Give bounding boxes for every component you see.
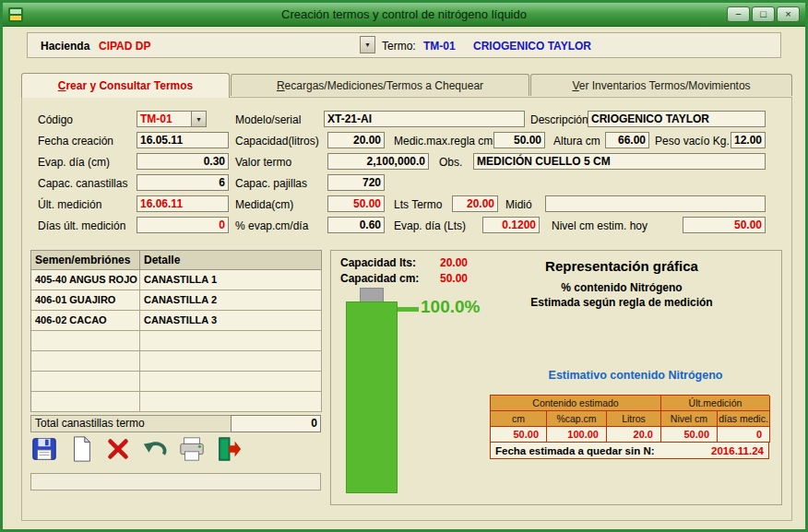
altura-field[interactable]: 66.00	[605, 132, 649, 148]
delete-x-icon	[104, 435, 132, 463]
capacidad-litros-label: Capacidad(litros)	[235, 133, 319, 149]
table-row[interactable]	[31, 351, 322, 372]
midio-field[interactable]	[545, 195, 766, 212]
table-row[interactable]	[31, 392, 322, 412]
new-button[interactable]	[65, 432, 97, 466]
table-row[interactable]: 406-02 CACAO CANASTILLA 3	[31, 311, 322, 331]
minimize-button[interactable]: −	[727, 6, 750, 22]
table-row[interactable]: 405-40 ANGUS ROJO CANASTILLA 1	[31, 270, 322, 290]
tank-fill-gauge	[346, 301, 398, 493]
codigo-label: Código	[38, 112, 73, 128]
semen-column-header: Semen/embriónes	[31, 251, 140, 270]
ult-medicion-field[interactable]: 16.06.11	[137, 195, 229, 212]
dias-ult-medicion-field[interactable]: 0	[137, 217, 229, 233]
col-header-nivel-cm: Nivel cm	[661, 411, 718, 427]
group-header-ult-medicion: Últ.medición	[661, 396, 770, 411]
table-row[interactable]: 406-01 GUAJIRO CANASTILLA 2	[31, 290, 322, 311]
total-canastillas-label: Total canastillas termo	[30, 415, 232, 432]
valor-termo-label: Valor termo	[235, 154, 291, 171]
valor-termo-field[interactable]: 2,100,000.0	[327, 153, 429, 170]
semen-cell: 406-02 CACAO	[31, 311, 140, 331]
capac-pajillas-label: Capac. pajillas	[235, 175, 307, 192]
detalle-cell	[140, 351, 322, 372]
title-bar: Creación termos y control de nitrógeno l…	[3, 3, 805, 27]
value-cm: 50.00	[491, 427, 547, 443]
close-button[interactable]: ×	[777, 6, 800, 22]
tab-bar: Crear y Consultar Termos Recargas/Medici…	[21, 73, 792, 98]
total-canastillas-value: 0	[231, 415, 321, 432]
evap-pct-field[interactable]: 0.60	[327, 217, 385, 233]
detalle-cell	[140, 331, 322, 351]
hacienda-value: CIPAD DP	[99, 38, 150, 54]
save-icon	[30, 435, 58, 463]
value-dias-medic: 0	[718, 427, 770, 443]
save-button[interactable]	[29, 432, 60, 466]
maximize-button[interactable]: □	[752, 6, 775, 22]
descripcion-field[interactable]: CRIOGENICO TAYLOR	[588, 111, 766, 127]
nivel-estim-field[interactable]: 50.00	[683, 217, 766, 233]
estimate-table: Contenido estimado Últ.medición cm %cap.…	[490, 395, 769, 443]
print-button[interactable]	[176, 432, 208, 466]
codigo-dropdown-button[interactable]: ▼	[191, 111, 207, 127]
descripcion-label: Descripción	[530, 112, 588, 128]
capacidad-cm-value: 50.00	[423, 272, 468, 285]
estimate-title: Estimativo contenido Nitrógeno	[493, 369, 778, 382]
evap-dia-lts-field[interactable]: 0.1200	[482, 217, 540, 233]
semen-cell: 405-40 ANGUS ROJO	[31, 270, 140, 290]
evap-dia-cm-label: Evap. día (cm)	[38, 154, 110, 171]
peso-vacio-label: Peso vacío Kg.	[655, 133, 730, 149]
value-nivel-cm: 50.00	[661, 427, 718, 443]
exit-door-icon	[215, 435, 243, 463]
midio-label: Midió	[505, 196, 532, 213]
table-row[interactable]	[31, 331, 322, 351]
evap-dia-cm-field[interactable]: 0.30	[137, 153, 229, 170]
toolbar	[29, 432, 244, 466]
medic-max-field[interactable]: 50.00	[493, 132, 545, 148]
col-header-cm: cm	[491, 411, 547, 427]
value-litros: 20.0	[607, 427, 661, 443]
tab-ver-inventarios[interactable]: Ver Inventarios Termos/Movimientos	[530, 74, 792, 96]
hacienda-label: Hacienda	[41, 38, 89, 54]
peso-vacio-field[interactable]: 12.00	[731, 132, 766, 148]
detalle-cell: CANASTILLA 1	[140, 270, 322, 290]
table-row[interactable]	[31, 372, 322, 392]
capac-canastillas-field[interactable]: 6	[137, 174, 229, 191]
detalle-cell: CANASTILLA 3	[140, 311, 322, 331]
tab-label: Recargas/Mediciones/Termos a Chequear	[277, 79, 483, 92]
undo-button[interactable]	[139, 432, 171, 466]
termo-code: TM-01	[423, 38, 456, 54]
tab-recargas-mediciones[interactable]: Recargas/Mediciones/Termos a Chequear	[231, 74, 529, 96]
tab-label: Crear y Consultar Termos	[58, 79, 194, 92]
lts-termo-label: Lts Termo	[394, 196, 442, 213]
tank-cap	[360, 288, 384, 302]
lts-termo-field[interactable]: 20.00	[452, 195, 498, 212]
fecha-creacion-label: Fecha creación	[38, 133, 113, 149]
dias-ult-medicion-label: Días últ. medición	[38, 218, 125, 234]
obs-label: Obs.	[439, 154, 462, 171]
col-header-dias-medic: días medic.	[718, 411, 770, 427]
delete-button[interactable]	[102, 432, 134, 466]
capac-pajillas-field[interactable]: 720	[327, 174, 385, 191]
medida-cm-field[interactable]: 50.00	[327, 195, 385, 212]
obs-field[interactable]: MEDICIÓN CUELLO 5 CM	[473, 153, 766, 170]
capac-canastillas-label: Capac. canastillas	[38, 175, 127, 192]
exit-button[interactable]	[213, 432, 244, 466]
termo-name: CRIOGENICO TAYLOR	[473, 38, 591, 54]
semen-cell: 406-01 GUAJIRO	[31, 290, 140, 311]
status-bar	[30, 473, 321, 491]
hacienda-dropdown-button[interactable]: ▼	[360, 36, 375, 53]
modelo-field[interactable]: XT-21-AI	[324, 111, 525, 127]
graphic-subtitle-2: Estimada según regla de medición	[469, 296, 774, 309]
tab-crear-consultar-termos[interactable]: Crear y Consultar Termos	[21, 73, 230, 98]
codigo-field[interactable]: TM-01	[137, 111, 192, 127]
altura-label: Altura cm	[553, 133, 600, 149]
nivel-estim-label: Nivel cm estim. hoy	[552, 218, 648, 234]
maximize-icon: □	[760, 9, 766, 19]
fecha-creacion-field[interactable]: 16.05.11	[137, 132, 229, 148]
evap-dia-lts-label: Evap. día (Lts)	[394, 218, 466, 234]
capacidad-litros-field[interactable]: 20.00	[327, 132, 385, 148]
col-header-litros: Litros	[607, 411, 661, 427]
chevron-down-icon: ▼	[196, 116, 202, 123]
semen-cell	[31, 392, 140, 412]
undo-arrow-icon	[141, 435, 169, 463]
